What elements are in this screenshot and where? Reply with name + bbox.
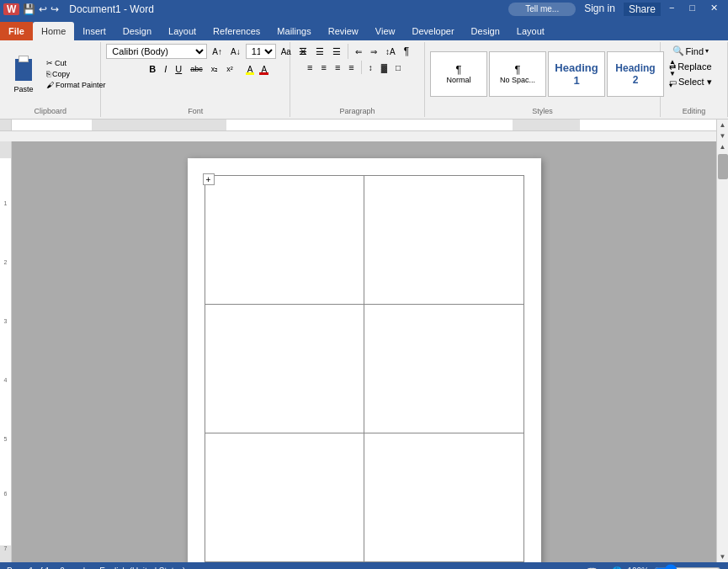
page-container[interactable]: + + (12, 141, 716, 562)
sort-btn[interactable]: ↕A (382, 44, 399, 59)
quick-access-undo[interactable]: ↩ (39, 3, 47, 15)
tell-me-box[interactable]: Tell me... (508, 3, 576, 16)
find-button[interactable]: 🔍 Find ▾ (669, 44, 712, 58)
sign-in-btn[interactable]: Sign in (584, 3, 615, 16)
replace-icon: ⇄ (669, 62, 676, 72)
view-print-btn[interactable]: □ (602, 566, 607, 570)
shading-btn[interactable]: ▓ (378, 61, 391, 74)
editing-label: Editing (661, 107, 727, 115)
paragraph-content: ☰ ☰ ☰ ⇐ ⇒ ↕A ¶ ≡ ≡ ≡ ≡ ↕ ▓ □ (295, 44, 412, 117)
style-normal[interactable]: ¶ Normal (430, 51, 487, 97)
minimize-btn[interactable]: − (662, 3, 681, 16)
tab-mailings[interactable]: Mailings (268, 22, 319, 40)
paragraph-group: ☰ ☰ ☰ ⇐ ⇒ ↕A ¶ ≡ ≡ ≡ ≡ ↕ ▓ □ Paragraph (290, 42, 425, 117)
table-cell-3-2[interactable] (364, 433, 524, 562)
font-row2: B I U abc x₂ x² A A (146, 62, 270, 76)
clipboard-label: Clipboard (0, 107, 100, 115)
font-size-select[interactable]: 11 (246, 44, 276, 59)
language-indicator[interactable]: English (United States) (99, 566, 185, 570)
font-color-btn[interactable]: A (258, 63, 270, 76)
styles-group: ¶ Normal ¶ No Spac... Heading 1 Heading … (425, 42, 661, 117)
align-left-btn[interactable]: ≡ (304, 61, 316, 74)
paragraph-row1: ☰ ☰ ☰ ⇐ ⇒ ↕A ¶ (295, 44, 412, 59)
table-cell-2-2[interactable] (364, 305, 524, 433)
scroll-up-btn[interactable]: ▲ (718, 120, 728, 130)
bold-btn[interactable]: B (146, 62, 159, 76)
title-bar-right: Tell me... Sign in Share − □ ✕ (508, 3, 725, 16)
select-button[interactable]: ▭ Select ▾ (666, 75, 715, 89)
scroll-down-arrow[interactable]: ▼ (718, 551, 728, 562)
scroll-up-arrow[interactable]: ▲ (718, 141, 728, 152)
increase-indent-btn[interactable]: ⇒ (367, 44, 380, 59)
share-btn[interactable]: Share (624, 3, 661, 16)
vertical-scroll: ▲ ▼ (716, 120, 728, 141)
tab-layout2[interactable]: Layout (508, 22, 553, 40)
tab-insert[interactable]: Insert (74, 22, 114, 40)
bullets-btn[interactable]: ☰ (295, 44, 311, 59)
replace-button[interactable]: ⇄ Replace (666, 60, 715, 73)
tab-references[interactable]: References (205, 22, 268, 40)
document-page[interactable]: + + (188, 158, 541, 562)
tab-layout[interactable]: Layout (160, 22, 205, 40)
table-move-handle[interactable]: + (203, 173, 215, 185)
style-gallery: ¶ Normal ¶ No Spac... Heading 1 Heading … (430, 51, 679, 97)
paragraph-row2: ≡ ≡ ≡ ≡ ↕ ▓ □ (304, 61, 404, 74)
font-shrink-btn[interactable]: A↓ (227, 45, 244, 58)
title-bar-left: W 💾 ↩ ↪ Document1 - Word (3, 3, 154, 15)
tab-design2[interactable]: Design (463, 22, 508, 40)
multilevel-btn[interactable]: ☰ (329, 44, 344, 59)
table-cell-2-1[interactable] (205, 305, 364, 433)
tab-view[interactable]: View (367, 22, 404, 40)
horizontal-ruler (12, 120, 716, 131)
table-cell-3-1[interactable] (205, 433, 364, 562)
style-no-spacing[interactable]: ¶ No Spac... (489, 51, 546, 97)
document-table[interactable] (205, 175, 524, 562)
style-heading1[interactable]: Heading 1 (548, 51, 605, 97)
justify-btn[interactable]: ≡ (345, 61, 357, 74)
highlight-color-btn[interactable]: A (244, 63, 257, 76)
cut-button[interactable]: ✂ Cut (44, 58, 109, 68)
tab-file[interactable]: File (0, 22, 33, 40)
quick-access-save[interactable]: 💾 (23, 3, 35, 15)
font-family-select[interactable]: Calibri (Body) (106, 44, 207, 59)
title-bar: W 💾 ↩ ↪ Document1 - Word Tell me... Sign… (0, 0, 728, 19)
clipboard-small-btns: ✂ Cut ⎘ Copy 🖌 Format Painter (44, 58, 109, 90)
font-label: Font (101, 107, 290, 115)
tab-developer[interactable]: Developer (403, 22, 462, 40)
main-area: 1 2 3 4 5 6 7 8 + (0, 141, 728, 562)
table-row (205, 433, 523, 562)
borders-btn[interactable]: □ (392, 61, 404, 74)
subscript-btn[interactable]: x₂ (208, 63, 222, 75)
line-spacing-btn[interactable]: ↕ (365, 61, 376, 74)
scroll-thumb[interactable] (718, 154, 728, 179)
vertical-ruler-margin-top (0, 141, 11, 158)
italic-btn[interactable]: I (161, 62, 170, 76)
font-grow-btn[interactable]: A↑ (209, 45, 226, 58)
style-heading2[interactable]: Heading 2 (607, 51, 664, 97)
decrease-indent-btn[interactable]: ⇐ (352, 44, 365, 59)
numbering-btn[interactable]: ☰ (312, 44, 327, 59)
tab-review[interactable]: Review (320, 22, 367, 40)
quick-access-redo[interactable]: ↪ (50, 3, 59, 15)
underline-btn[interactable]: U (172, 62, 185, 76)
format-painter-button[interactable]: 🖌 Format Painter (44, 80, 109, 90)
view-web-btn[interactable]: 🌐 (612, 566, 622, 570)
view-read-btn[interactable]: 📖 (587, 566, 597, 570)
superscript-btn[interactable]: x² (223, 63, 236, 75)
show-marks-btn[interactable]: ¶ (401, 44, 412, 59)
tab-design[interactable]: Design (114, 22, 160, 40)
paste-button[interactable]: Paste (5, 53, 42, 95)
maximize-btn[interactable]: □ (683, 3, 702, 16)
align-right-btn[interactable]: ≡ (332, 61, 343, 74)
close-btn[interactable]: ✕ (704, 3, 725, 16)
tab-home[interactable]: Home (33, 22, 74, 40)
vertical-ruler-content: 1 2 3 4 5 6 7 8 (0, 158, 11, 545)
strikethrough-btn[interactable]: abc (187, 63, 206, 75)
scroll-down-btn[interactable]: ▼ (718, 130, 728, 141)
copy-button[interactable]: ⎘ Copy (44, 69, 109, 79)
right-scrollbar: ▲ ▼ (716, 141, 728, 562)
table-cell-1-1[interactable] (205, 176, 364, 305)
table-cell-1-2[interactable] (364, 176, 524, 305)
center-btn[interactable]: ≡ (317, 61, 329, 74)
ruler-right-margin (513, 120, 580, 130)
